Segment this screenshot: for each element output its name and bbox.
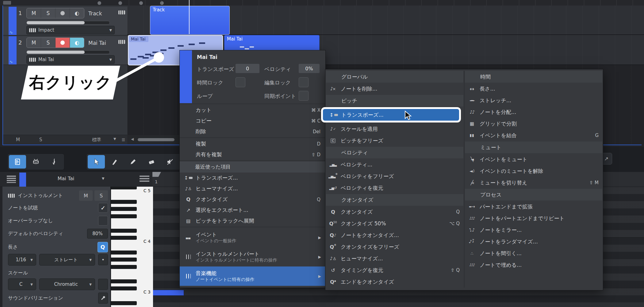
- menu-item[interactable]: クオンタイズQ: [180, 194, 325, 205]
- menu-item[interactable]: トランスポーズ...: [321, 107, 461, 122]
- track-row-2[interactable]: ∿ 2 M S ◐ Mai Tai Mai Tai ▼: [2, 36, 127, 65]
- track-color-strip[interactable]: ∿: [9, 36, 17, 64]
- timeline-ruler[interactable]: [129, 0, 644, 6]
- mute-all-button[interactable]: M: [16, 137, 20, 142]
- menu-item[interactable]: 音楽機能ノートイベントに特有の操作▶: [180, 266, 325, 286]
- menu-item[interactable]: クオンタイズをフリーズ: [325, 241, 464, 253]
- menu-item[interactable]: クオンタイズ 50%⌥ Q: [325, 218, 464, 229]
- split-tool-button[interactable]: [106, 155, 123, 169]
- menu-item[interactable]: スケールを適用: [325, 123, 464, 135]
- instrument-keyboard-icon[interactable]: [118, 40, 125, 44]
- piano-view-button[interactable]: [9, 155, 26, 169]
- velocity-value[interactable]: 0%: [299, 64, 320, 73]
- swing-select[interactable]: ストレート▼: [39, 254, 95, 266]
- menu-item[interactable]: ストレッチ...: [464, 95, 603, 106]
- black-key[interactable]: [111, 265, 137, 269]
- horizontal-scrollbar[interactable]: [138, 138, 174, 141]
- black-key[interactable]: [111, 229, 137, 233]
- black-key[interactable]: [111, 258, 137, 262]
- mute-button[interactable]: M: [27, 38, 41, 48]
- default-velocity-value[interactable]: 80%: [87, 229, 108, 239]
- midi-note-c3[interactable]: [153, 290, 184, 296]
- menu-item[interactable]: ミュートを切り替え⇧ M: [464, 177, 603, 188]
- menu-item[interactable]: グリッドで分割: [464, 118, 603, 130]
- edit-lock-checkbox[interactable]: [299, 77, 309, 87]
- triplet-dot-button[interactable]: •: [98, 254, 108, 265]
- menu-item[interactable]: エンドをクオンタイズ: [325, 276, 464, 288]
- editor-track-title[interactable]: Mai Tai: [34, 176, 98, 181]
- track-name[interactable]: Mai Tai: [88, 40, 106, 46]
- menu-item[interactable]: 共有を複製⇧ D: [180, 149, 325, 160]
- menu-item[interactable]: 複製D: [180, 138, 325, 149]
- arrow-tool-button[interactable]: [88, 155, 105, 169]
- menu-item[interactable]: クオンタイズQ: [325, 206, 464, 218]
- no-overlap-checkbox[interactable]: [98, 216, 108, 226]
- black-key[interactable]: [111, 251, 137, 255]
- solo-button[interactable]: S: [41, 8, 56, 18]
- menu-item[interactable]: ピッチをトラックへ展開: [180, 216, 325, 226]
- mute-tool-button[interactable]: [161, 155, 178, 169]
- loop-marker[interactable]: [152, 172, 161, 177]
- solo-all-button[interactable]: S: [39, 137, 42, 142]
- menu-item[interactable]: 削除Del: [180, 126, 325, 137]
- solo-button[interactable]: S: [41, 38, 56, 48]
- track-row-1[interactable]: ∿ 1 M S ◐ Track Impact ▼: [2, 7, 127, 36]
- menu-item[interactable]: ノートをクオンタイズ...: [325, 229, 464, 241]
- menu-item[interactable]: イベントを結合G: [464, 130, 603, 141]
- menu-icon[interactable]: [7, 176, 16, 183]
- black-key[interactable]: [111, 236, 137, 240]
- menu-item[interactable]: ヒューマナイズ...: [180, 183, 325, 194]
- track-list-icon[interactable]: [140, 176, 149, 183]
- scale-snap-button[interactable]: [98, 279, 108, 290]
- black-key[interactable]: [111, 207, 137, 211]
- grid-value-select[interactable]: 1/16▼: [8, 254, 36, 266]
- piano-keyboard[interactable]: C 5C 4C 3: [110, 187, 153, 307]
- menu-item[interactable]: 長さ...: [464, 83, 603, 95]
- chevron-down-icon[interactable]: ▼: [113, 137, 116, 141]
- monitor-button[interactable]: ◐: [70, 8, 84, 18]
- transpose-value[interactable]: 0: [236, 64, 259, 73]
- menu-item[interactable]: ノートを間引く...: [464, 247, 603, 259]
- menu-item[interactable]: ノートをランダマイズ...: [464, 236, 603, 247]
- track-name[interactable]: Track: [88, 10, 102, 17]
- mute-button[interactable]: M: [27, 8, 41, 18]
- toolbar-icon[interactable]: [3, 1, 11, 5]
- record-arm-button[interactable]: [56, 38, 70, 48]
- volume-slider[interactable]: [26, 21, 110, 25]
- black-key[interactable]: [111, 286, 137, 290]
- menu-item[interactable]: イベントイベントの一般操作▶: [180, 228, 325, 247]
- editor-solo-button[interactable]: S: [94, 190, 108, 201]
- monitor-button[interactable]: ◐: [70, 38, 84, 48]
- black-key[interactable]: [111, 214, 137, 218]
- instrument-selector[interactable]: Mai Tai ▼: [26, 55, 115, 64]
- menu-item[interactable]: ノートで埋める...: [464, 259, 603, 271]
- menu-item[interactable]: ベロシティをフリーズ: [325, 170, 464, 182]
- menu-item[interactable]: イベントをミュート: [464, 154, 603, 165]
- time-lock-checkbox[interactable]: [236, 77, 245, 87]
- drum-view-button[interactable]: [27, 155, 44, 169]
- quantize-length-button[interactable]: Q: [98, 242, 108, 252]
- toolbar-knob-icon[interactable]: [118, 1, 122, 5]
- menu-item[interactable]: ピッチをフリーズ: [325, 135, 464, 146]
- instrument-keyboard-icon[interactable]: [118, 10, 125, 14]
- menu-item[interactable]: タイミングを復元⇧ Q: [325, 264, 464, 276]
- instrument-selector[interactable]: Impact ▼: [26, 26, 115, 34]
- volume-slider[interactable]: [26, 50, 110, 54]
- menu-item[interactable]: ノートをパートエンドまでリピート: [464, 212, 603, 224]
- pencil-tool-button[interactable]: [125, 155, 142, 169]
- audition-checkbox[interactable]: [98, 203, 108, 213]
- menu-item[interactable]: ノートをミラー...: [464, 224, 603, 236]
- scroll-left-icon[interactable]: ◀: [131, 137, 134, 141]
- clip-track[interactable]: Track: [150, 6, 230, 35]
- toolbar-knob-icon[interactable]: [98, 1, 101, 5]
- eraser-tool-button[interactable]: [143, 155, 160, 169]
- menu-item[interactable]: インストゥルメントパートインストゥルメントパートに特有の操作▶: [180, 247, 325, 266]
- menu-item[interactable]: トランスポーズ...: [180, 173, 325, 183]
- black-key[interactable]: [111, 301, 137, 305]
- scale-select[interactable]: Chromatic▼: [39, 278, 95, 290]
- black-key[interactable]: [111, 200, 137, 204]
- menu-item[interactable]: コピー⌘ C: [180, 115, 325, 126]
- automation-mode-select[interactable]: 標準: [92, 137, 101, 143]
- record-arm-button[interactable]: [56, 8, 70, 18]
- black-key[interactable]: [111, 187, 137, 189]
